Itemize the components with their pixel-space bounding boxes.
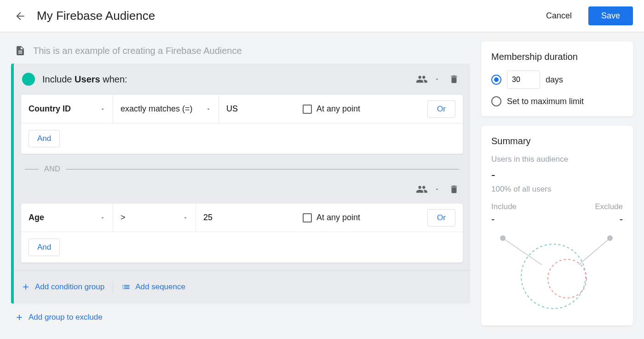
add-sequence-button[interactable]: Add sequence [121, 282, 185, 292]
or-button[interactable]: Or [427, 100, 455, 118]
svg-point-5 [548, 259, 586, 298]
sequence-icon [121, 282, 131, 292]
delete-icon[interactable] [449, 74, 459, 84]
condition-card: Age > At any point Or [21, 204, 463, 263]
chevron-down-icon [434, 187, 440, 192]
include-indicator [22, 73, 35, 86]
field-dropdown[interactable]: Age [21, 204, 113, 232]
chevron-down-icon [183, 215, 188, 221]
svg-point-4 [521, 244, 586, 309]
people-icon [416, 73, 428, 85]
people-icon [416, 183, 428, 195]
cancel-button[interactable]: Cancel [539, 7, 579, 24]
page-header: My Firebase Audience Cancel Save [0, 0, 644, 32]
chevron-down-icon [100, 106, 105, 112]
include-label: Include Users when: [42, 74, 127, 85]
arrow-left-icon [14, 10, 26, 22]
condition-card: Country ID exactly matches (=) At any po… [21, 95, 463, 154]
page-title: My Firebase Audience [37, 9, 155, 23]
max-limit-label: Set to maximum limit [507, 97, 584, 106]
max-limit-radio[interactable] [491, 96, 501, 106]
chevron-down-icon [206, 106, 211, 112]
summary-percent: 100% of all users [491, 185, 623, 194]
field-dropdown[interactable]: Country ID [21, 95, 113, 123]
duration-days-radio[interactable] [491, 75, 501, 85]
description-row: This is an example of creating a Firebas… [11, 41, 470, 64]
svg-line-1 [503, 238, 542, 265]
any-point-label: At any point [316, 213, 360, 222]
include-label: Include [491, 202, 517, 211]
plus-icon [15, 313, 24, 322]
any-point-label: At any point [316, 104, 360, 114]
include-block: Include Users when: Country ID [11, 64, 470, 304]
chevron-down-icon [434, 76, 440, 82]
scope-dropdown[interactable] [416, 183, 440, 195]
operator-dropdown[interactable]: exactly matches (=) [113, 95, 219, 123]
exclude-value: - [620, 213, 623, 225]
description-text: This is an example of creating a Firebas… [33, 46, 242, 56]
plus-icon [21, 282, 30, 292]
summary-panel: Summary Users in this audience - 100% of… [481, 126, 633, 326]
and-button[interactable]: And [29, 130, 60, 147]
add-exclude-group-button[interactable]: Add group to exclude [11, 304, 470, 331]
operator-dropdown[interactable]: > [113, 204, 196, 232]
delete-icon[interactable] [449, 184, 459, 194]
summary-title: Summary [491, 136, 623, 146]
back-button[interactable] [11, 7, 29, 25]
and-button[interactable]: And [29, 239, 60, 256]
value-input[interactable] [226, 104, 290, 114]
save-button[interactable]: Save [588, 6, 633, 25]
include-value: - [491, 213, 494, 225]
membership-panel: Membership duration days Set to maximum … [481, 41, 633, 117]
duration-input[interactable] [507, 70, 540, 89]
any-point-checkbox[interactable]: At any point [297, 104, 427, 114]
days-label: days [546, 75, 563, 85]
group-separator: AND [14, 161, 470, 181]
svg-line-3 [579, 238, 610, 265]
or-button[interactable]: Or [427, 209, 455, 227]
description-icon [15, 45, 26, 56]
exclude-label: Exclude [595, 202, 623, 211]
add-condition-group-button[interactable]: Add condition group [21, 282, 104, 292]
any-point-checkbox[interactable]: At any point [297, 213, 427, 222]
summary-total: - [491, 168, 623, 182]
membership-title: Membership duration [491, 52, 623, 62]
chevron-down-icon [100, 215, 105, 221]
venn-diagram [491, 233, 623, 316]
summary-subtitle: Users in this audience [491, 155, 623, 164]
value-input[interactable] [203, 213, 290, 222]
scope-dropdown[interactable] [416, 73, 440, 85]
